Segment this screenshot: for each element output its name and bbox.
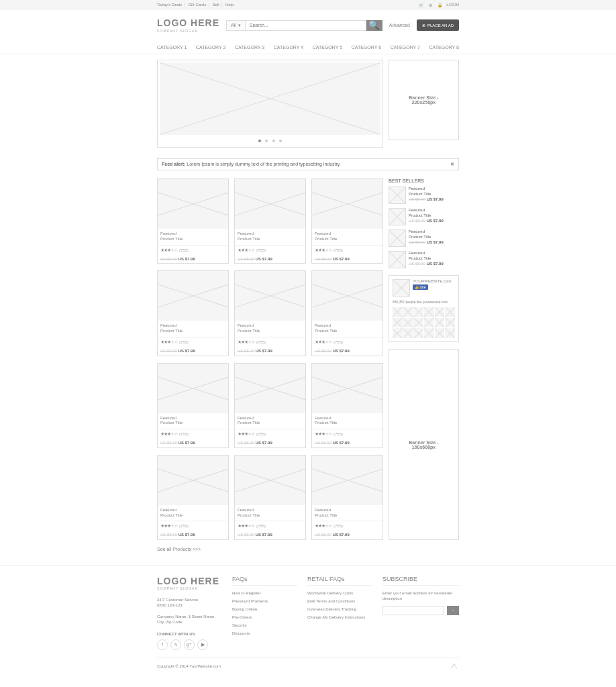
carousel-dot[interactable] xyxy=(272,140,275,142)
follower-avatar[interactable] xyxy=(424,328,434,338)
product-card[interactable]: Featured Product Title ★★★★★ (755) US $8… xyxy=(157,363,229,448)
alert-close-button[interactable]: ✕ xyxy=(450,162,454,167)
bestseller-item[interactable]: Featured Product Title US $8.99 US $7.99 xyxy=(389,251,459,268)
bestseller-item[interactable]: Featured Product Title US $8.99 US $7.99 xyxy=(389,229,459,247)
product-title: Product Title xyxy=(315,421,380,426)
product-featured-label: Featured xyxy=(315,508,380,513)
twitter-icon[interactable]: 𝕏 xyxy=(170,639,181,650)
like-button[interactable]: 👍 Like xyxy=(413,284,428,290)
youtube-icon[interactable]: ▶ xyxy=(197,639,208,650)
product-card[interactable]: Featured Product Title ★★★★★ (755) US $8… xyxy=(157,178,229,264)
price-new: US $7.99 xyxy=(256,533,272,537)
header: LOGO HERE COMPANY SLOGAN All ▾ 🔍 Advance… xyxy=(157,9,459,41)
retail-faq-link[interactable]: Worldwide Delivery Costs xyxy=(307,591,372,595)
product-card[interactable]: Featured Product Title ★★★★★ (755) US $8… xyxy=(234,270,306,356)
carousel-dot[interactable] xyxy=(265,140,268,142)
follower-avatar[interactable] xyxy=(424,318,434,328)
faq-link[interactable]: Security xyxy=(232,623,297,627)
follower-avatar[interactable] xyxy=(403,328,413,338)
sidebar-banner-tall[interactable]: Banner Size - 160x600px xyxy=(389,349,459,540)
topbar-link-help[interactable]: Help xyxy=(225,3,234,7)
topbar-link-sell[interactable]: Sell xyxy=(213,3,219,7)
login-link[interactable]: LOGIN xyxy=(446,3,459,7)
nav-category-3[interactable]: CATEGORY 3 xyxy=(235,45,264,50)
follower-avatar[interactable] xyxy=(393,328,403,338)
lock-icon: 🔒 xyxy=(437,2,442,7)
facebook-icon[interactable]: f xyxy=(157,639,168,650)
product-image xyxy=(158,271,228,321)
nav-category-2[interactable]: CATEGORY 2 xyxy=(196,45,225,50)
hero-carousel xyxy=(157,60,383,148)
product-title: Product Title xyxy=(238,513,303,519)
place-ad-button[interactable]: ⊕ PLACE AN AD xyxy=(417,19,459,31)
follower-avatar[interactable] xyxy=(413,318,423,328)
advanced-search-link[interactable]: Advanced xyxy=(389,23,410,28)
product-image xyxy=(158,364,228,413)
retail-faq-link[interactable]: Change My Delivery Instructions xyxy=(307,615,372,619)
nav-category-6[interactable]: CATEGORY 6 xyxy=(352,45,381,50)
nav-category-7[interactable]: CATEGORY 7 xyxy=(391,45,420,50)
googleplus-icon[interactable]: g⁺ xyxy=(184,639,195,650)
sidebar: BEST SELLERS Featured Product Title US $… xyxy=(389,178,459,540)
follower-avatar[interactable] xyxy=(403,318,413,328)
follower-avatar[interactable] xyxy=(403,307,413,317)
nav-category-1[interactable]: CATEGORY 1 xyxy=(157,45,187,50)
retail-faq-link[interactable]: Overseas Delivery Tracking xyxy=(307,607,372,611)
subscribe-button[interactable]: → xyxy=(447,606,459,615)
follower-avatar[interactable] xyxy=(445,328,455,338)
product-image xyxy=(312,364,382,413)
carousel-dot[interactable] xyxy=(258,140,261,142)
bestseller-item[interactable]: Featured Product Title US $8.99 US $7.99 xyxy=(389,187,459,204)
topbar-link-giftcards[interactable]: Gift Cards xyxy=(188,3,206,7)
faq-link[interactable]: Discounts xyxy=(232,631,297,635)
product-card[interactable]: Featured Product Title ★★★★★ (755) US $8… xyxy=(234,363,306,448)
follower-avatar[interactable] xyxy=(435,328,445,338)
follower-avatar[interactable] xyxy=(445,307,455,317)
product-card[interactable]: Featured Product Title ★★★★★ (755) US $8… xyxy=(311,363,383,448)
follower-avatar[interactable] xyxy=(445,318,455,328)
product-card[interactable]: Featured Product Title ★★★★★ (755) US $8… xyxy=(157,270,229,356)
product-featured-label: Featured xyxy=(160,231,225,237)
nav-category-4[interactable]: CATEGORY 4 xyxy=(274,45,303,50)
retail-faqs-title: RETAIL FAQs xyxy=(307,576,372,586)
follower-avatar[interactable] xyxy=(435,307,445,317)
hero-image[interactable] xyxy=(160,62,380,135)
faq-link[interactable]: Buying Online xyxy=(232,607,297,611)
search-button[interactable]: 🔍 xyxy=(366,20,382,31)
product-card[interactable]: Featured Product Title ★★★★★ (755) US $8… xyxy=(311,455,383,540)
sidebar-banner-top[interactable]: Banner Size - 220x250px xyxy=(389,60,459,140)
nav-category-5[interactable]: CATEGORY 5 xyxy=(313,45,342,50)
rating-count: (755) xyxy=(333,432,343,436)
product-card[interactable]: Featured Product Title ★★★★★ (755) US $8… xyxy=(311,270,383,356)
follower-avatar[interactable] xyxy=(413,328,423,338)
product-title: Product Title xyxy=(160,421,225,426)
product-card[interactable]: Featured Product Title ★★★★★ (755) US $8… xyxy=(311,178,383,264)
star-rating: ★★★★★ xyxy=(160,523,177,529)
carousel-dot[interactable] xyxy=(279,140,282,142)
nav-category-8[interactable]: CATEGORY 8 xyxy=(429,45,459,50)
scroll-to-top-button[interactable]: ╱╲ xyxy=(450,662,459,671)
bestseller-item[interactable]: Featured Product Title US $8.99 US $7.99 xyxy=(389,208,459,225)
search-input[interactable] xyxy=(246,20,366,31)
faq-link[interactable]: How to Register xyxy=(232,591,297,595)
logo-block[interactable]: LOGO HERE COMPANY SLOGAN xyxy=(157,17,219,33)
topbar-link-deals[interactable]: Today's Deals xyxy=(157,3,182,7)
see-all-products-link[interactable]: See all Products >>> xyxy=(157,547,459,551)
product-card[interactable]: Featured Product Title ★★★★★ (755) US $8… xyxy=(234,455,306,540)
subscribe-email-input[interactable] xyxy=(382,606,444,615)
faq-link[interactable]: Password Problems xyxy=(232,599,297,603)
follower-avatar[interactable] xyxy=(393,318,403,328)
faq-link[interactable]: Pre-Orders xyxy=(232,615,297,619)
retail-faq-link[interactable]: Etail Terms and Conditions xyxy=(307,599,372,603)
notification-icon[interactable]: ⚙ xyxy=(427,2,433,7)
product-card[interactable]: Featured Product Title ★★★★★ (755) US $8… xyxy=(234,178,306,264)
cart-icon[interactable]: 🛒 xyxy=(418,2,423,7)
follower-avatar[interactable] xyxy=(413,307,423,317)
follower-avatar[interactable] xyxy=(435,318,445,328)
product-card[interactable]: Featured Product Title ★★★★★ (755) US $8… xyxy=(157,455,229,540)
search-category-dropdown[interactable]: All ▾ xyxy=(226,20,246,31)
follower-avatar[interactable] xyxy=(393,307,403,317)
follower-avatar[interactable] xyxy=(424,307,434,317)
price-new: US $7.99 xyxy=(178,257,195,261)
star-rating: ★★★★★ xyxy=(160,431,177,437)
